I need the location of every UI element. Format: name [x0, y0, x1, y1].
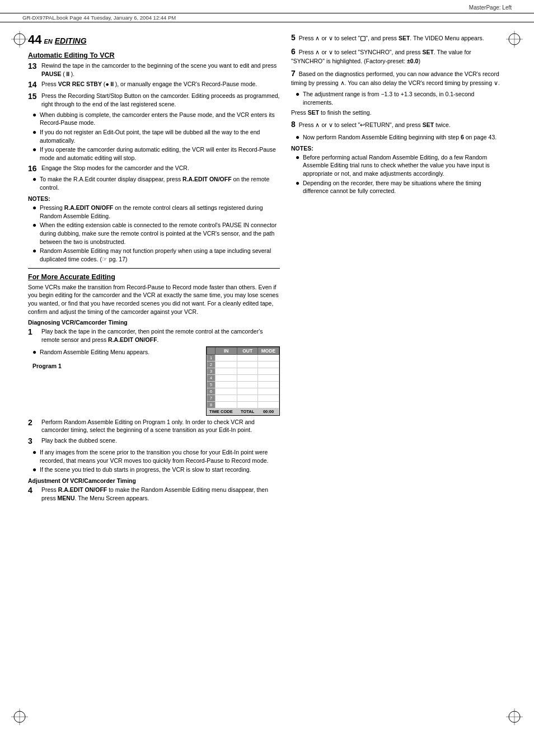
note-text: Pressing R.A.EDIT ON/OFF on the remote c… — [40, 204, 280, 220]
cell-in — [216, 368, 237, 374]
cell-mode — [257, 401, 279, 408]
note-item: ● Before performing actual Random Assemb… — [296, 153, 504, 178]
cell-in — [216, 354, 237, 361]
cell-in — [216, 388, 237, 395]
step-8: 8 Press ∧ or ∨ to select "↩RETURN", and … — [291, 119, 504, 130]
bullet-dot: ● — [296, 90, 301, 98]
step-6: 6 Press ∧ or ∨ to select "SYNCHRO", and … — [291, 46, 504, 65]
step-8-number: 8 — [291, 120, 296, 129]
bullet-dot: ● — [296, 133, 301, 141]
row-num: 8 — [207, 401, 216, 408]
bullet-dot: ● — [32, 175, 38, 183]
step-3-number: 3 — [28, 436, 40, 446]
step-3: 3 Play back the dubbed scene. — [28, 436, 280, 446]
table-row: 6 — [207, 388, 279, 395]
step-3-bullets: ● If any images from the scene prior to … — [32, 448, 280, 474]
bullet-text: The adjustment range is from −1.3 to +1.… — [303, 90, 504, 106]
cell-mode — [257, 374, 279, 381]
cell-out — [237, 381, 258, 388]
step-7-content: Based on the diagnostics performed, you … — [291, 71, 500, 87]
table-row: 4 — [207, 374, 279, 381]
step-2-content: Perform Random Assemble Editing on Progr… — [41, 418, 280, 434]
cell-in — [216, 401, 237, 408]
col-header-mode: MODE — [257, 347, 279, 354]
left-column: 44 EN EDITING Automatic Editing To VCR 1… — [28, 32, 280, 504]
bullet-text: To make the R.A.Edit counter display dis… — [40, 175, 280, 191]
bullet-dot: ● — [32, 247, 38, 255]
accurate-editing-intro: Some VCRs make the transition from Recor… — [28, 283, 280, 316]
bullet-item: ● If you do not register an Edit-Out poi… — [32, 128, 280, 144]
bullet-dot: ● — [32, 221, 38, 229]
note-item: ● When the editing extension cable is co… — [32, 221, 280, 246]
step-3-content: Play back the dubbed scene. — [41, 436, 280, 445]
bullet-text: Random Assemble Editing Menu appears. — [40, 348, 200, 356]
col-header-in: IN — [216, 347, 237, 354]
cell-mode — [257, 395, 279, 401]
notes-heading-2: NOTES: — [291, 145, 504, 152]
note-item: ● Depending on the recorder, there may b… — [296, 179, 504, 195]
row-num: 2 — [207, 361, 216, 368]
note-text: Before performing actual Random Assemble… — [303, 153, 504, 178]
step-15-content: Press the Recording Start/Stop Button on… — [41, 92, 280, 108]
cell-in — [216, 395, 237, 401]
bullet-item: ● Now perform Random Assemble Editing be… — [296, 133, 504, 142]
file-info-text: GR-DX97PAL.book Page 44 Tuesday, January… — [22, 15, 176, 21]
col-header-out: OUT — [237, 347, 258, 354]
step-1-content: Play back the tape in the camcorder, the… — [41, 327, 280, 344]
adjustment-heading: Adjustment Of VCR/Camcorder Timing — [28, 477, 280, 484]
cell-in — [216, 361, 237, 368]
reg-mark-br — [506, 708, 523, 725]
step-4: 4 Press R.A.EDIT ON/OFF to make the Rand… — [28, 486, 280, 502]
row-num: 7 — [207, 395, 216, 401]
step1-bullets: ● Random Assemble Editing Menu appears. — [32, 348, 200, 356]
cell-out — [237, 361, 258, 368]
note-text: Random Assemble Editing may not function… — [40, 247, 280, 263]
step-13-content: Rewind the tape in the camcorder to the … — [41, 62, 280, 78]
bullet-text: If you operate the camcorder during auto… — [40, 145, 280, 162]
step-14-number: 14 — [28, 80, 40, 90]
footer-total-value: 00:00 — [257, 408, 279, 415]
note-item: ● Random Assemble Editing may not functi… — [32, 247, 280, 263]
step-15-number: 15 — [28, 92, 40, 101]
cell-mode — [257, 368, 279, 374]
footer-timecode: TIME CODE — [207, 408, 237, 415]
cell-out — [237, 368, 258, 374]
cell-mode — [257, 381, 279, 388]
auto-editing-heading: Automatic Editing To VCR — [28, 51, 280, 59]
step-6-number: 6 — [291, 47, 296, 56]
cell-mode — [257, 361, 279, 368]
program-label-container: ● Random Assemble Editing Menu appears. … — [28, 346, 200, 370]
cell-mode — [257, 388, 279, 395]
bullet-text: If you do not register an Edit-Out point… — [40, 128, 280, 144]
step-14-content: Press VCR REC STBY (●⏸), or manually eng… — [41, 80, 280, 88]
step-4-number: 4 — [28, 486, 40, 495]
table-row: 8 — [207, 401, 279, 408]
bullet-text: When dubbing is complete, the camcorder … — [40, 111, 280, 127]
reg-mark-tl — [11, 31, 28, 48]
bullet-dot: ● — [32, 348, 38, 356]
cell-out — [237, 374, 258, 381]
main-content: 44 EN EDITING Automatic Editing To VCR 1… — [0, 27, 534, 510]
footer-total-label: TOTAL — [237, 408, 258, 415]
program-data-table: IN OUT MODE 1 2 3 4 5 6 7 — [207, 347, 279, 415]
notes-bullets-1: ● Pressing R.A.EDIT ON/OFF on the remote… — [32, 204, 280, 264]
table-row: 3 — [207, 368, 279, 374]
masterpage-label: MasterPage: Left — [469, 4, 512, 11]
bullet-item: ● If you operate the camcorder during au… — [32, 145, 280, 162]
page-title: EDITING — [55, 36, 87, 45]
notes-bullets-2: ● Before performing actual Random Assemb… — [296, 153, 504, 195]
step-4-content: Press R.A.EDIT ON/OFF to make the Random… — [41, 486, 280, 502]
row-num: 6 — [207, 388, 216, 395]
top-header: MasterPage: Left — [0, 0, 534, 13]
note-item: ● Pressing R.A.EDIT ON/OFF on the remote… — [32, 204, 280, 220]
program-table: IN OUT MODE 1 2 3 4 5 6 7 — [206, 346, 280, 416]
cell-in — [216, 381, 237, 388]
program1-label-text: Program 1 — [32, 363, 62, 369]
bullet-item: ● If the scene you tried to dub starts i… — [32, 466, 280, 474]
cell-out — [237, 401, 258, 408]
bullet-item: ● When dubbing is complete, the camcorde… — [32, 111, 280, 127]
step-14: 14 Press VCR REC STBY (●⏸), or manually … — [28, 80, 280, 90]
reg-mark-bl — [11, 708, 28, 725]
cell-out — [237, 395, 258, 401]
table-row: 7 — [207, 395, 279, 401]
